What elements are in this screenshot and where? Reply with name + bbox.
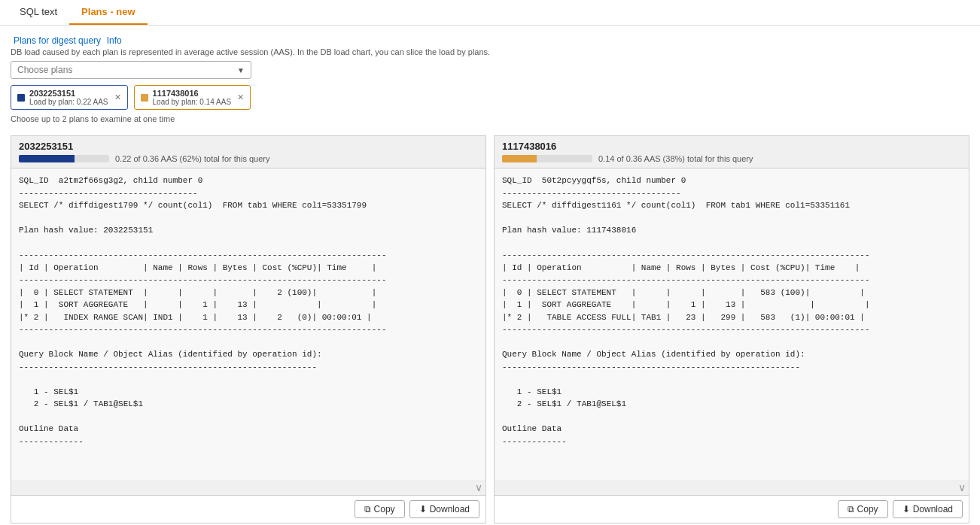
right-progress-text: 0.14 of 0.36 AAS (38%) total for this qu… bbox=[598, 154, 753, 163]
right-panel-body[interactable]: SQL_ID 50t2pcyygqf5s, child number 0 ---… bbox=[495, 168, 969, 480]
plan-chip-1-info: 2032253151 Load by plan: 0.22 AAS bbox=[29, 89, 108, 106]
plans-panels: 2032253151 0.22 of 0.36 AAS (62%) total … bbox=[11, 135, 969, 523]
selected-plans-container: 2032253151 Load by plan: 0.22 AAS ✕ 1117… bbox=[11, 85, 969, 110]
right-progress-bar bbox=[502, 155, 537, 162]
plan-icon-blue bbox=[17, 94, 25, 102]
right-copy-button[interactable]: ⧉ Copy bbox=[838, 500, 888, 518]
tab-plans-new[interactable]: Plans - new bbox=[69, 0, 148, 25]
section-title: Plans for digest query Info bbox=[11, 35, 969, 46]
right-panel-content: SQL_ID 50t2pcyygqf5s, child number 0 ---… bbox=[502, 174, 961, 448]
plan-chip-1-load: Load by plan: 0.22 AAS bbox=[29, 98, 108, 106]
left-progress-bar-container bbox=[19, 155, 109, 162]
copy-icon-left: ⧉ bbox=[364, 504, 371, 514]
choose-plans-dropdown[interactable]: Choose plans ▼ bbox=[11, 61, 251, 79]
left-plan-panel: 2032253151 0.22 of 0.36 AAS (62%) total … bbox=[11, 135, 486, 523]
plan-chip-2-info: 1117438016 Load by plan: 0.14 AAS bbox=[153, 89, 232, 106]
info-description: DB load caused by each plan is represent… bbox=[11, 47, 969, 56]
plan-chip-2: 1117438016 Load by plan: 0.14 AAS ✕ bbox=[134, 85, 251, 110]
left-copy-label: Copy bbox=[374, 504, 395, 514]
left-panel-progress: 0.22 of 0.36 AAS (62%) total for this qu… bbox=[19, 154, 478, 163]
download-icon-left: ⬇ bbox=[419, 504, 427, 514]
right-plan-panel: 1117438016 0.14 of 0.36 AAS (38%) total … bbox=[494, 135, 969, 523]
right-panel-header: 1117438016 0.14 of 0.36 AAS (38%) total … bbox=[495, 136, 969, 168]
plan-chip-1-value: 2032253151 bbox=[29, 89, 75, 98]
left-panel-content: SQL_ID a2tm2f66sg3g2, child number 0 ---… bbox=[19, 174, 478, 448]
left-progress-text: 0.22 of 0.36 AAS (62%) total for this qu… bbox=[115, 154, 269, 163]
plan-chip-2-load: Load by plan: 0.14 AAS bbox=[153, 98, 232, 106]
plan-chip-2-close[interactable]: ✕ bbox=[237, 93, 244, 102]
right-download-button[interactable]: ⬇ Download bbox=[893, 500, 963, 518]
left-progress-bar bbox=[19, 155, 75, 162]
plan-chip-1: 2032253151 Load by plan: 0.22 AAS ✕ bbox=[11, 85, 128, 110]
right-panel-title: 1117438016 bbox=[502, 141, 961, 152]
left-download-button[interactable]: ⬇ Download bbox=[409, 500, 479, 518]
plan-icon-orange bbox=[141, 94, 148, 102]
plan-chip-1-close[interactable]: ✕ bbox=[114, 93, 121, 102]
left-panel-footer: ⧉ Copy ⬇ Download bbox=[11, 495, 485, 523]
right-progress-bar-container bbox=[502, 155, 592, 162]
right-scroll-down-icon[interactable]: ∨ bbox=[495, 480, 969, 495]
right-panel-footer: ⧉ Copy ⬇ Download bbox=[495, 495, 969, 523]
left-scroll-down-icon[interactable]: ∨ bbox=[11, 480, 485, 495]
tabs-bar: SQL text Plans - new bbox=[0, 0, 980, 26]
right-copy-label: Copy bbox=[857, 504, 878, 514]
left-panel-body[interactable]: SQL_ID a2tm2f66sg3g2, child number 0 ---… bbox=[11, 168, 485, 480]
left-panel-title: 2032253151 bbox=[19, 141, 478, 152]
copy-icon-right: ⧉ bbox=[848, 504, 854, 514]
left-copy-button[interactable]: ⧉ Copy bbox=[355, 500, 405, 518]
dropdown-placeholder: Choose plans bbox=[17, 65, 72, 75]
hint-text: Choose up to 2 plans to examine at one t… bbox=[11, 114, 969, 123]
left-download-label: Download bbox=[430, 504, 470, 514]
left-panel-header: 2032253151 0.22 of 0.36 AAS (62%) total … bbox=[11, 136, 485, 168]
info-link[interactable]: Info bbox=[107, 35, 122, 46]
main-content: Plans for digest query Info DB load caus… bbox=[0, 26, 980, 523]
right-download-label: Download bbox=[913, 504, 953, 514]
plan-chip-2-value: 1117438016 bbox=[153, 89, 199, 98]
download-icon-right: ⬇ bbox=[902, 504, 910, 514]
tab-sql-text[interactable]: SQL text bbox=[8, 0, 69, 25]
info-section: Plans for digest query Info DB load caus… bbox=[11, 35, 969, 129]
chevron-down-icon: ▼ bbox=[237, 66, 245, 74]
right-panel-progress: 0.14 of 0.36 AAS (38%) total for this qu… bbox=[502, 154, 961, 163]
